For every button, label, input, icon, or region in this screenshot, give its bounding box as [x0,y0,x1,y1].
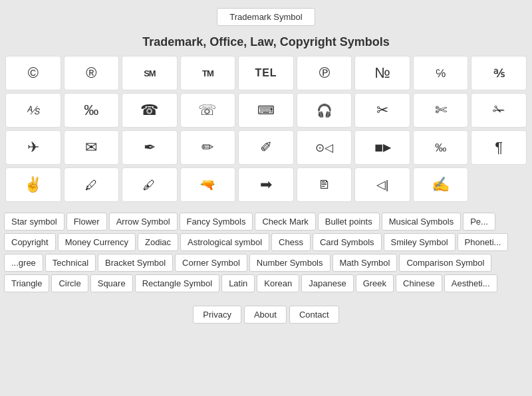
cat-phoneti[interactable]: Phoneti... [458,233,509,251]
symbol-pen3[interactable]: 🖋 [122,167,178,202]
categories-row-4: Triangle Circle Square Rectangle Symbol … [0,273,532,294]
symbol-pen1[interactable]: ✒ [122,130,178,165]
cat-triangle[interactable]: Triangle [4,274,49,292]
cat-greek[interactable]: Greek [356,274,394,292]
cat-money-currency[interactable]: Money Currency [58,233,136,251]
symbol-as[interactable]: ℁ [471,56,527,90]
symbol-pilcrow[interactable]: ¶ [471,130,527,165]
page-title: Trademark, Office, Law, Copyright Symbol… [0,35,532,49]
cat-star-symbol[interactable]: Star symbol [4,213,65,231]
footer: Privacy About Contact [0,296,532,330]
privacy-button[interactable]: Privacy [193,306,241,324]
cat-flower[interactable]: Flower [66,213,107,231]
symbol-right-arrow[interactable]: ➡ [238,167,294,202]
symbol-phone-outline[interactable]: ☏ [180,93,236,128]
symbols-grid: © ® SM TM TEL ℗ № ℅ ℁ ⅍ ‰ ☎ ☏ ⌨ 🎧 ✂ ✄ ✁ … [0,56,532,202]
cat-corner-symbol[interactable]: Corner Symbol [175,254,247,272]
symbol-headphones[interactable]: 🎧 [297,93,352,128]
symbol-doc[interactable]: 🖹 [297,167,352,202]
cat-latin[interactable]: Latin [221,274,255,292]
symbol-phone-black[interactable]: ☎ [122,93,178,128]
contact-button[interactable]: Contact [289,306,339,324]
cat-pe[interactable]: Pe... [463,213,495,231]
symbol-account-of[interactable]: ⅍ [5,93,61,128]
categories-row-1: Star symbol Flower Arrow Symbol Fancy Sy… [0,211,532,232]
symbol-registered[interactable]: ® [64,56,120,90]
symbol-keyboard[interactable]: ⌨ [238,93,294,128]
cat-rectangle-symbol[interactable]: Rectangle Symbol [135,274,220,292]
symbol-tm[interactable]: TM [180,56,236,90]
cat-fancy-symbols[interactable]: Fancy Symbols [180,213,253,231]
cat-copyright[interactable]: Copyright [4,233,56,251]
symbol-airplane[interactable]: ✈ [5,130,61,165]
cat-zodiac[interactable]: Zodiac [138,233,178,251]
categories-row-3: ...gree Technical Bracket Symbol Corner … [0,252,532,273]
cat-musical-symbols[interactable]: Musical Symbols [382,213,462,231]
cat-square[interactable]: Square [90,274,133,292]
cat-number-symbols[interactable]: Number Symbols [249,254,331,272]
symbol-pencil2[interactable]: ✐ [238,130,294,165]
symbol-writing[interactable]: ✍ [413,167,469,202]
symbol-p-circle[interactable]: ℗ [297,56,352,90]
symbol-scissors3[interactable]: ✁ [471,93,527,128]
cat-aesthetic[interactable]: Aestheti... [444,274,497,292]
cat-arrow-symbol[interactable]: Arrow Symbol [109,213,178,231]
trademark-symbol-button[interactable]: Trademark Symbol [217,8,315,26]
symbol-pen2[interactable]: 🖊 [64,167,120,202]
cat-chess[interactable]: Chess [271,233,311,251]
symbol-left-triangle[interactable]: ◁| [354,167,410,202]
symbol-peace[interactable]: ✌ [5,167,61,202]
cat-degree[interactable]: ...gree [4,254,43,272]
cat-smiley-symbol[interactable]: Smiley Symbol [384,233,456,251]
about-button[interactable]: About [244,306,287,324]
cat-card-symbols[interactable]: Card Symbols [313,233,382,251]
cat-check-mark[interactable]: Check Mark [255,213,315,231]
symbol-sm[interactable]: SM [122,56,178,90]
symbol-tel[interactable]: TEL [238,56,294,90]
symbol-numero[interactable]: № [354,56,410,90]
symbol-scissors1[interactable]: ✂ [354,93,410,128]
cat-astrological-symbol[interactable]: Astrological symbol [180,233,269,251]
symbol-block-arrow[interactable]: ◼▶ [354,130,410,165]
cat-japanese[interactable]: Japanese [301,274,353,292]
categories-row-2: Copyright Money Currency Zodiac Astrolog… [0,232,532,252]
symbol-scissors2[interactable]: ✄ [413,93,469,128]
cat-korean[interactable]: Korean [257,274,299,292]
cat-technical[interactable]: Technical [45,254,96,272]
cat-circle[interactable]: Circle [51,274,88,292]
symbol-pencil1[interactable]: ✏ [180,130,236,165]
cat-chinese[interactable]: Chinese [396,274,442,292]
symbol-permille[interactable]: ‰ [64,93,120,128]
symbol-copyright[interactable]: © [5,56,61,90]
cat-comparison-symbol[interactable]: Comparison Symbol [399,254,491,272]
symbol-care-of[interactable]: ℅ [413,56,469,90]
symbol-envelope[interactable]: ✉ [64,130,120,165]
cat-bracket-symbol[interactable]: Bracket Symbol [98,254,173,272]
cat-math-symbol[interactable]: Math Symbol [332,254,398,272]
symbol-permille2[interactable]: ‰ [413,130,469,165]
symbol-circle-dot[interactable]: ⊙◁ [297,130,352,165]
symbol-gun[interactable]: 🔫 [180,167,236,202]
categories-section: Star symbol Flower Arrow Symbol Fancy Sy… [0,209,532,296]
cat-bullet-points[interactable]: Bullet points [318,213,380,231]
